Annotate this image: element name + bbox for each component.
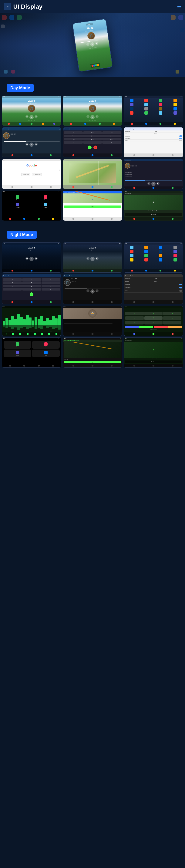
social-play[interactable]: ⏸ [151, 182, 156, 186]
bt-next-btn[interactable]: ⏭ [34, 143, 37, 146]
social-prev[interactable]: ⏮ [148, 182, 151, 185]
carplay-music[interactable]: Music [32, 194, 59, 201]
play-btn-2[interactable]: ⏸ [90, 115, 95, 119]
prev-btn-1[interactable]: ⏮ [25, 115, 28, 118]
app-icon-16[interactable] [174, 111, 177, 115]
key-6[interactable]: 6MNO [102, 134, 121, 137]
key-hash[interactable]: # [102, 141, 121, 144]
night-bt-next[interactable]: ⏭ [96, 289, 99, 292]
app-icon-15[interactable] [159, 111, 162, 115]
app-icon-1[interactable] [130, 99, 133, 102]
night-carplay-phone[interactable]: Phone [4, 341, 31, 349]
next-btn-2[interactable]: ⏭ [96, 115, 99, 118]
app-icon-4[interactable] [174, 99, 177, 102]
night-key-4[interactable]: 4 [3, 281, 22, 284]
app-icon-7[interactable] [159, 103, 162, 106]
night-app-16[interactable] [174, 258, 177, 261]
social-item-2[interactable]: 华东_31RE.mp3 [125, 173, 182, 175]
night-key-1[interactable]: 1 [3, 278, 22, 281]
night-key-2[interactable]: 2 [22, 278, 41, 281]
night-key-6[interactable]: 6 [42, 281, 60, 284]
auto-answer-toggle[interactable] [179, 135, 182, 137]
carplay-phone[interactable]: Phone [4, 194, 31, 201]
night-app-1[interactable] [130, 246, 133, 249]
bt-play-btn[interactable]: ⏸ [29, 143, 34, 147]
night-next-2[interactable]: ⏭ [96, 257, 99, 260]
app-icon-12[interactable] [174, 107, 177, 111]
night-bt-call-close[interactable]: ✕ [59, 275, 60, 277]
nav-arrow-b[interactable]: ↓ [144, 321, 162, 324]
key-9[interactable]: 9WXYZ [102, 138, 121, 141]
night-key-3[interactable]: 3 [42, 278, 60, 281]
color-blue[interactable] [125, 326, 138, 328]
nav-arrow-t[interactable]: ↑ [144, 312, 162, 315]
key-7[interactable]: 7PQRS [64, 138, 83, 141]
app-icon-5[interactable] [130, 103, 133, 106]
night-go-btn[interactable]: GO [64, 361, 121, 363]
night-app-8[interactable] [174, 250, 177, 253]
social-next[interactable]: ⏭ [157, 182, 160, 185]
night-app-4[interactable] [174, 246, 177, 249]
nav-arrow-r[interactable]: → [163, 316, 181, 320]
app-icon-13[interactable] [130, 111, 133, 115]
night-key-0[interactable]: 0 [22, 288, 41, 290]
night-app-10[interactable] [144, 254, 148, 257]
bt-call-close[interactable]: ✕ [120, 128, 121, 130]
color-orange[interactable] [168, 326, 182, 328]
app-icon-10[interactable] [144, 107, 148, 111]
night-auto-connect-toggle[interactable] [179, 287, 182, 288]
app-icon-9[interactable] [130, 107, 133, 111]
night-bt-music-close[interactable]: ✕ [120, 275, 121, 277]
app-icon-2[interactable] [144, 99, 148, 102]
night-bt-prev[interactable]: ⏮ [86, 289, 89, 292]
nav-arrow-tr[interactable]: ↗ [163, 312, 181, 315]
night-bt-play[interactable]: ⏸ [90, 289, 95, 293]
night-play-2[interactable]: ⏸ [90, 257, 95, 261]
night-app-5[interactable] [130, 250, 133, 253]
menu-icon[interactable]: ☰ [177, 4, 181, 9]
night-carplay-map[interactable]: Maps [32, 349, 60, 357]
key-2[interactable]: 2ABC [83, 131, 102, 134]
night-app-7[interactable] [159, 250, 162, 253]
bt-prev-btn[interactable]: ⏮ [25, 143, 28, 146]
night-key-hash-2[interactable]: # [42, 288, 60, 290]
next-btn[interactable]: ⏭ [95, 42, 99, 45]
app-icon-3[interactable] [159, 99, 162, 102]
color-green[interactable] [139, 326, 153, 328]
carplay-podcast[interactable]: Podcasts [4, 202, 31, 209]
key-3[interactable]: 3DEF [102, 131, 121, 134]
key-5[interactable]: 5JKL [83, 134, 102, 137]
carplay-maps[interactable]: Maps [32, 202, 59, 209]
night-app-3[interactable] [159, 246, 162, 249]
color-red[interactable] [154, 326, 167, 328]
night-app-9[interactable] [130, 254, 133, 257]
night-prev-2[interactable]: ⏮ [86, 257, 89, 260]
night-key-7[interactable]: 7 [3, 285, 22, 287]
bt-music-close[interactable]: ✕ [59, 128, 60, 130]
night-app-12[interactable] [174, 254, 177, 257]
key-4[interactable]: 4GHI [64, 134, 83, 137]
night-call-btn[interactable]: 📞 [30, 292, 33, 296]
key-1[interactable]: 1 [64, 131, 83, 134]
google-search-bar[interactable] [4, 169, 60, 172]
nav-arrow-tl[interactable]: ↖ [125, 312, 143, 315]
key-0[interactable]: 0 [83, 141, 102, 144]
app-icon-14[interactable] [144, 111, 148, 115]
night-key-9[interactable]: 9 [42, 285, 60, 287]
go-button[interactable]: GO [64, 206, 121, 208]
app-icon-6[interactable] [144, 103, 148, 106]
night-power-toggle[interactable] [179, 290, 182, 292]
night-auto-answer-toggle[interactable] [179, 284, 182, 285]
night-key-star-2[interactable]: * [3, 288, 22, 290]
nav-arrow-bl[interactable]: ↙ [125, 321, 143, 324]
end-call-btn[interactable]: 📵 [94, 146, 97, 149]
night-carplay-music[interactable]: Music [32, 341, 60, 349]
google-search-btn[interactable]: Google Search [21, 173, 30, 176]
nav-arrow-c[interactable]: ⊙ [144, 316, 162, 320]
social-item-3[interactable]: 华东_31RE.mp3 [125, 175, 182, 177]
night-app-11[interactable] [159, 254, 162, 257]
app-icon-11[interactable] [159, 107, 162, 111]
night-app-2[interactable] [144, 246, 148, 249]
prev-btn[interactable]: ⏮ [86, 43, 89, 46]
nav-arrow-l[interactable]: ← [125, 316, 143, 320]
